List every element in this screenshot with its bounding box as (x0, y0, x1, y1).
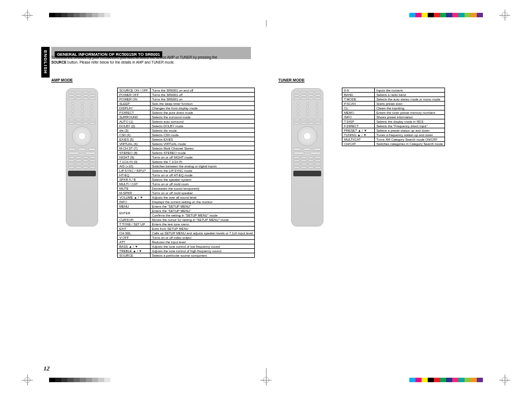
table-cell: CURSOR (118, 218, 151, 222)
table-cell: T.MODE (342, 97, 375, 102)
table-cell: BASS ▲ / ▼ (118, 244, 151, 249)
table-cell: Selects Multi Channel Stereo (150, 146, 255, 151)
color-swatches-bottom-right (409, 378, 483, 382)
svg-point-0 (25, 12, 30, 18)
svg-point-2 (25, 377, 30, 383)
tuner-table-row: TUNING ▲ / ▼Tunes a frequency station up… (342, 133, 445, 137)
swatch (428, 13, 434, 17)
swatch (422, 13, 428, 17)
table-cell: Turns XM Category Search mode ON/OFF (375, 137, 445, 142)
table-cell: Selects the speaker system (150, 177, 255, 182)
amp-table-row: LIP.SYNC / INPUTSelects the LIP.SYNC mod… (118, 168, 255, 173)
amp-table-row: M-SPKRTurns on or off multi speaker (118, 191, 255, 195)
table-cell: Adjusts the over all sound level (150, 195, 255, 200)
amp-table-row: NIGHT (9)Turns on or off NIGHT mode (118, 155, 255, 160)
amp-table-row: CURSORMoves the cursor for setting in "S… (118, 218, 255, 222)
table-cell: TREBLE ▲ / ▼ (118, 249, 151, 253)
table-cell: PRESET ▲ / ▼ (342, 128, 375, 133)
swatch (110, 378, 117, 382)
swatch (446, 378, 452, 382)
table-cell: Turns on or off video output (150, 235, 255, 240)
svg-point-4 (263, 377, 269, 383)
table-cell: Selects the LIP.SYNC mode (150, 168, 255, 173)
swatch (409, 378, 415, 382)
swatch (428, 378, 434, 382)
page-number: 12 (43, 365, 50, 372)
tuner-function-table: 0-9Inputs the numericBANDSelects a radio… (342, 88, 445, 146)
table-cell: Calls up SETUP MENU and adjusts speaker … (150, 231, 255, 235)
crop-mark-icon (20, 373, 35, 387)
amp-table-row: TREBLE ▲ / ▼Adjusts the tone control of … (118, 249, 255, 253)
swatch (61, 378, 67, 382)
amp-table-row: EX/ES (5)Selects EX/ES (118, 137, 255, 142)
amp-table-row: INFODisplays the current setting on the … (118, 200, 255, 204)
table-cell: MENU (118, 204, 151, 209)
amp-function-table: SOURCE ON / OFFTurns the SR6001 on and o… (117, 88, 255, 258)
swatch (434, 378, 440, 382)
amp-table-row: A/D (+10)Switches between the analog or … (118, 164, 255, 168)
table-cell: Changes the front display mode (150, 106, 255, 110)
swatch (61, 13, 67, 17)
table-cell: Adjusts the tone control of high frequen… (150, 249, 255, 253)
amp-table-row: HT-EQTurns on or off HT-EQ mode (118, 173, 255, 177)
table-cell: CSII (4) (118, 133, 151, 137)
table-cell: Confirms the setting in "SETUP MENU" mod… (150, 213, 255, 218)
table-cell: POWER ON (118, 97, 151, 102)
table-cell: Selects dts mode (150, 128, 255, 133)
amp-table-row: SOURCESelects a particular source compon… (118, 253, 255, 258)
table-cell: SOURCE (118, 253, 151, 258)
table-cell: SURROUND (118, 115, 151, 119)
table-cell: Selects the surround mode (150, 115, 255, 119)
swatch (92, 13, 98, 17)
table-cell: SOURCE ON / OFF (118, 88, 151, 93)
table-cell: Clears the inputting (375, 106, 445, 110)
swatch (55, 378, 61, 382)
amp-table-row: CH-SELCalls up SETUP MENU and adjusts sp… (118, 231, 255, 235)
table-cell: Enters the "SETUP MENU" (150, 204, 255, 209)
table-cell: EX/ES (5) (118, 137, 151, 142)
table-cell: HT-EQ (118, 173, 151, 177)
table-cell: CH/CAT (342, 142, 375, 146)
tuner-table-row: INFOShows preset information (342, 115, 445, 119)
color-swatches-top-right (409, 13, 483, 17)
swatch (49, 378, 55, 382)
amp-mode-label: AMP MODE (51, 78, 72, 82)
amp-table-row: EXITExits from SETUP MENU (118, 227, 255, 231)
table-cell: Turns on or off HT-EQ mode (150, 173, 255, 177)
table-cell: Inputs the numeric (375, 88, 445, 93)
table-cell: A/D (+10) (118, 164, 151, 168)
table-cell: Enters the tuner preset memory numbers (375, 110, 445, 115)
amp-table-row: SURROUNDSelects the surround mode (118, 115, 255, 119)
intro-line2: button. Please refer below for the detai… (66, 60, 175, 64)
table-cell: MUTE (118, 186, 151, 191)
table-cell: Starts preset scan (375, 102, 445, 106)
amp-table-row: CSII (4)Selects CSII mode (118, 133, 255, 137)
tuner-table-row: CLClears the inputting (342, 106, 445, 110)
swatch (67, 13, 74, 17)
tuner-table-row: MULTI/CATTurns XM Category Search mode O… (342, 137, 445, 142)
amp-table-row: VOLUME ▲ / ▼Adjusts the over all sound l… (118, 195, 255, 200)
table-cell: Moves the cursor for setting in "SETUP M… (150, 218, 255, 222)
swatch (471, 13, 477, 17)
table-cell: SPKR A / B (118, 177, 151, 182)
amp-table-row: ATT.Reduces the input level (118, 240, 255, 244)
swatch (80, 13, 86, 17)
amp-table-row: AUTO (1)Selects auto surround (118, 119, 255, 124)
fold-mark (266, 368, 267, 375)
amp-table-row: SOURCE ON / OFFTurns the SR6001 on and o… (118, 88, 255, 93)
swatch (74, 378, 80, 382)
table-cell: Turns the SR6001 on and off (150, 88, 255, 93)
table-cell: NIGHT (9) (118, 155, 151, 160)
table-cell: 7.1CH IN (0) (118, 160, 151, 164)
table-cell: DOLBY (2) (118, 124, 151, 128)
tuner-table-row: PRESET ▲ / ▼Selects a preset station up … (342, 128, 445, 133)
crop-mark-icon (20, 8, 35, 22)
amp-table-row: ENTEREnters the "SETUP MENU" (118, 209, 255, 213)
crop-mark-icon (497, 373, 512, 387)
table-cell: POWER OFF (118, 93, 151, 97)
table-cell: Exits from SETUP MENU (150, 227, 255, 231)
table-cell: STEREO (8) (118, 151, 151, 155)
language-tab: ENGLISH (41, 47, 50, 78)
crop-mark-icon (497, 8, 512, 22)
amp-table-row: V-OFFTurns on or off video output (118, 235, 255, 240)
